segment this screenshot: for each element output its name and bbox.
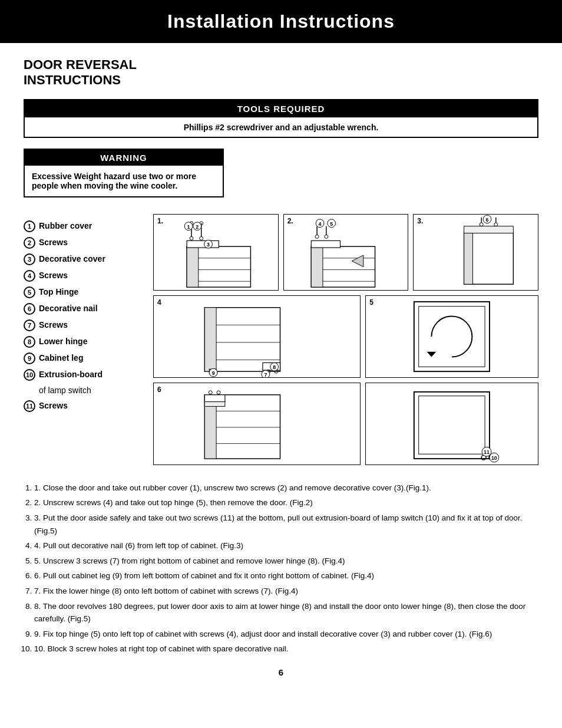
section-title: DOOR REVERSALINSTRUCTIONS (24, 57, 538, 88)
instruction-item: 3. Put the door aside safely and take ou… (34, 512, 538, 537)
instruction-item: 2. Unscrew screws (4) and take out top h… (34, 496, 538, 509)
part-number: 11 (24, 400, 35, 412)
svg-rect-23 (311, 241, 340, 248)
svg-rect-68 (204, 401, 225, 406)
svg-text:5: 5 (330, 220, 333, 226)
tools-box-body: Phillips #2 screwdriver and an adjustabl… (25, 117, 537, 137)
svg-rect-69 (414, 392, 490, 459)
part-number: 10 (24, 369, 35, 381)
svg-marker-28 (352, 255, 363, 267)
tools-box-header: TOOLS REQUIRED (25, 100, 537, 117)
svg-point-9 (200, 236, 203, 240)
diagram-fig5b: 11 10 (365, 383, 538, 465)
parts-list-item: 11Screws (24, 400, 141, 412)
part-number: 1 (24, 220, 35, 232)
svg-text:9: 9 (212, 370, 215, 376)
svg-point-36 (480, 223, 484, 226)
part-number: 9 (24, 353, 35, 364)
parts-list-item: 5Top Hinge (24, 286, 141, 298)
svg-rect-43 (204, 307, 216, 371)
fig2-label: 2. (287, 217, 293, 225)
parts-list-item: 9Cabinet leg (24, 352, 141, 364)
parts-list-item: 1Rubber cover (24, 220, 141, 232)
svg-text:10: 10 (491, 455, 497, 461)
diagram-fig6: 6 (153, 383, 361, 465)
parts-list-item: 7Screws (24, 319, 141, 331)
part-label: Screws (39, 236, 68, 248)
svg-text:3: 3 (207, 242, 210, 248)
part-label: Rubber cover (39, 220, 92, 231)
svg-text:6: 6 (486, 217, 489, 223)
svg-rect-58 (419, 307, 485, 367)
parts-list-item: 10Extrusion-board (24, 368, 141, 381)
svg-point-38 (494, 223, 498, 226)
svg-point-66 (209, 391, 212, 394)
part-label: Decorative cover (39, 253, 105, 264)
diagrams-area: 1. (153, 214, 538, 470)
part-label: Screws (39, 269, 68, 281)
warning-box-header: WARNING (25, 150, 223, 166)
diagram-fig2: 2. (283, 214, 409, 291)
part-label: Decorative nail (39, 302, 98, 314)
diagrams-row-2: 4 (153, 295, 538, 378)
instruction-item: 5. Unscrew 3 screws (7) from right botto… (34, 555, 538, 568)
svg-rect-65 (204, 394, 225, 401)
instructions-list: 1. Close the door and take out rubber co… (24, 482, 538, 655)
parts-list-subitem: of lamp switch (24, 385, 141, 396)
svg-rect-34 (464, 232, 473, 284)
fig3-label: 3. (417, 217, 423, 225)
svg-text:7: 7 (264, 372, 267, 377)
parts-list-item: 3Decorative cover (24, 253, 141, 265)
part-number: 5 (24, 286, 35, 298)
parts-list-item: 8Lower hinge (24, 335, 141, 348)
svg-marker-59 (427, 351, 437, 357)
instruction-item: 10. Block 3 screw holes at right top of … (34, 643, 538, 655)
svg-point-6 (190, 236, 193, 240)
tools-box: TOOLS REQUIRED Phillips #2 screwdriver a… (24, 99, 538, 138)
instruction-item: 1. Close the door and take out rubber co… (34, 482, 538, 495)
part-number: 8 (24, 336, 35, 348)
svg-point-26 (325, 235, 328, 238)
part-label: Extrusion-board (39, 368, 103, 380)
fig1-label: 1. (157, 217, 163, 225)
svg-text:8: 8 (273, 364, 276, 370)
page-header: Installation Instructions (0, 0, 562, 43)
svg-text:1: 1 (187, 223, 190, 229)
page-number: 6 (24, 667, 538, 677)
part-label: Lower hinge (39, 335, 87, 347)
svg-point-24 (315, 235, 319, 238)
diagram-fig5: 5 (365, 295, 538, 378)
svg-text:2: 2 (196, 223, 199, 229)
diagram-fig4: 4 (153, 295, 361, 378)
diagram-fig1: 1. (153, 214, 279, 291)
svg-rect-1 (187, 246, 199, 287)
main-section: 1Rubber cover2Screws3Decorative cover4Sc… (24, 214, 538, 470)
part-number: 4 (24, 270, 35, 282)
svg-rect-19 (311, 246, 323, 287)
fig6-label: 6 (157, 386, 161, 394)
diagrams-row-3: 6 (153, 383, 538, 465)
svg-rect-35 (464, 226, 514, 233)
parts-list-item: 6Decorative nail (24, 302, 141, 315)
part-number: 7 (24, 319, 35, 331)
instruction-item: 8. The door revolves 180 degrees, put lo… (34, 600, 538, 625)
instruction-item: 4. Pull out decorative nail (6) from lef… (34, 539, 538, 552)
part-number: 3 (24, 253, 35, 265)
fig4-label: 4 (157, 298, 161, 307)
parts-list-item: 2Screws (24, 236, 141, 249)
part-number: 6 (24, 303, 35, 315)
parts-list: 1Rubber cover2Screws3Decorative cover4Sc… (24, 214, 141, 470)
page-title: Installation Instructions (12, 11, 550, 32)
part-label: Cabinet leg (39, 352, 83, 363)
warning-box: WARNING Excessive Weight hazard use two … (24, 149, 224, 197)
part-label: Screws (39, 400, 68, 411)
instruction-item: 9. Fix top hinge (5) onto left top of ca… (34, 628, 538, 641)
instruction-item: 6. Pull out cabinet leg (9) from left bo… (34, 569, 538, 582)
fig5-label: 5 (369, 298, 373, 307)
svg-point-67 (217, 391, 220, 394)
instruction-item: 7. Fix the lower hinge (8) onto left bot… (34, 585, 538, 598)
part-number: 2 (24, 237, 35, 249)
part-label: Screws (39, 319, 68, 330)
svg-rect-70 (419, 396, 485, 454)
diagram-fig3: 3. 6 (413, 214, 538, 291)
